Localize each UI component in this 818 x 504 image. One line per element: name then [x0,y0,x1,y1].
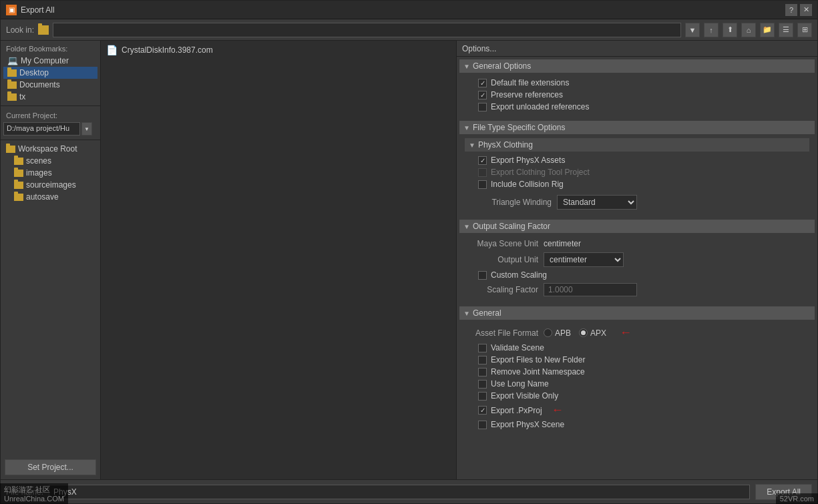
checkbox-export-files-new-folder[interactable] [478,356,487,364]
section-header-physx-clothing[interactable]: ▼ PhysX Clothing [465,138,809,152]
checkbox-row-export-unloaded: Export unloaded references [478,101,809,113]
bookmarks-label: Folder Bookmarks: [3,43,97,54]
radio-apb-label: APB [555,328,571,338]
section-header-general[interactable]: ▼ General [459,306,815,320]
folder-icon-scenes [14,158,23,165]
section-content-output-scaling: Maya Scene Unit centimeter Output Unit c… [459,234,815,304]
project-dropdown-btn[interactable]: ▼ [81,122,92,136]
asset-file-format-label: Asset File Format [465,328,538,338]
label-include-collision: Include Collision Rig [491,180,564,189]
output-unit-select[interactable]: centimeter meter inch [544,252,624,267]
checkbox-row-remove-joint-namespace: Remove Joint Namespace [478,366,809,378]
path-input[interactable]: C:\Users\tx\Desktop [53,23,681,37]
checkbox-export-clothing-tool [478,168,487,177]
checkbox-validate-scene[interactable] [478,344,487,352]
checkbox-row-validate-scene: Validate Scene [478,342,809,354]
section-title: File Type Specific Options [473,123,566,132]
close-button[interactable]: ✕ [800,4,812,16]
bookmark-desktop[interactable]: Desktop [3,67,97,79]
tree-autosave[interactable]: autosave [3,191,97,203]
checkbox-row-export-physx-assets: Export PhysX Assets [478,154,809,166]
content-area: Folder Bookmarks: 💻 My Computer Desktop … [1,41,817,479]
filename-input[interactable] [49,485,750,499]
title-bar: ▣ Export All ? ✕ [1,1,817,19]
section-title: PhysX Clothing [478,140,533,150]
scaling-factor-label: Scaling Factor [465,285,538,294]
bookmarks-section: Folder Bookmarks: 💻 My Computer Desktop … [1,41,100,106]
checkbox-row-include-collision: Include Collision Rig [478,178,809,190]
project-path: D:/maya project/Hu [3,122,80,136]
label-export-unloaded: Export unloaded references [491,102,589,111]
project-select-row: D:/maya project/Hu ▼ [3,122,97,136]
scaling-factor-input[interactable] [544,283,637,296]
label-export-physx-assets: Export PhysX Assets [491,156,565,165]
checkbox-use-long-name[interactable] [478,380,487,389]
checkbox-export-visible-only[interactable] [478,392,487,401]
file-icon: 📄 [106,45,118,55]
scaling-factor-row: Scaling Factor [465,281,809,298]
file-item[interactable]: 📄 CrystalDiskInfo.3987.com [104,43,453,57]
label-default-file-ext: Default file extensions [491,78,569,87]
checkbox-remove-joint-namespace[interactable] [478,368,487,376]
project-label: Current Project: [3,110,97,121]
label-remove-joint-namespace: Remove Joint Namespace [491,367,585,376]
triangle-winding-label: Triangle Winding [478,198,552,207]
folder-icon-toolbar [38,25,49,35]
checkbox-export-unloaded[interactable] [478,103,487,111]
section-header-output-scaling[interactable]: ▼ Output Scaling Factor [459,220,815,233]
set-project-button[interactable]: Set Project... [5,459,96,475]
checkbox-row-custom-scaling: Custom Scaling [478,269,809,281]
look-in-label: Look in: [6,25,34,35]
section-arrow: ▼ [463,310,470,317]
radio-item-apb: APB [544,328,571,338]
label-export-visible-only: Export Visible Only [491,391,558,401]
path-dropdown-btn[interactable]: ▼ [685,23,700,37]
bookmark-tx[interactable]: tx [3,91,97,103]
bookmark-documents[interactable]: Documents [3,79,97,91]
radio-apb[interactable] [544,328,552,337]
radio-apx[interactable] [579,328,588,337]
section-arrow: ▼ [469,142,475,149]
new-folder-btn[interactable]: 📁 [760,23,775,37]
dialog-title: Export All [21,5,785,15]
output-unit-row: Output Unit centimeter meter inch [465,250,809,269]
tree-scenes[interactable]: scenes [3,155,97,167]
triangle-winding-select[interactable]: Standard Reversed [557,195,637,210]
detail-view-btn[interactable]: ⊞ [797,23,812,37]
tree-sourceimages[interactable]: sourceimages [3,179,97,191]
nav-up-btn[interactable]: ↑ [704,23,719,37]
tree-item-label: scenes [26,156,51,166]
checkbox-export-pxproj[interactable] [478,406,487,415]
options-title: Options... [462,44,496,53]
label-export-files-new-folder: Export Files to New Folder [491,355,585,364]
help-button[interactable]: ? [785,4,797,16]
asset-format-radio-group: APB APX ← [544,326,632,340]
tree-item-label: autosave [26,192,59,202]
checkbox-default-file-ext[interactable] [478,79,487,87]
section-header-general-options[interactable]: ▼ General Options [459,59,815,73]
label-preserve-refs: Preserve references [491,90,563,99]
options-panel: Options... ▼ General Options Default fil… [457,41,817,479]
checkbox-preserve-refs[interactable] [478,91,487,99]
arrow-pxproj-annotation: ← [552,403,564,417]
computer-icon: 💻 [7,55,18,65]
section-header-file-type[interactable]: ▼ File Type Specific Options [459,121,815,134]
checkbox-include-collision[interactable] [478,180,487,189]
app-icon: ▣ [6,5,17,15]
tree-workspace-root[interactable]: Workspace Root [3,143,97,155]
nav-parent-btn[interactable]: ⬆ [723,23,737,37]
section-title: Output Scaling Factor [473,222,550,231]
file-browser[interactable]: 📄 CrystalDiskInfo.3987.com [101,41,457,479]
radio-item-apx: APX [579,328,606,338]
home-btn[interactable]: ⌂ [741,23,756,37]
checkbox-custom-scaling[interactable] [478,271,487,280]
physx-clothing-content: Export PhysX Assets Export Clothing Tool… [465,154,809,212]
checkbox-export-physx-scene[interactable] [478,421,487,429]
project-section: Current Project: D:/maya project/Hu ▼ [1,106,100,140]
bookmark-my-computer[interactable]: 💻 My Computer [3,54,97,67]
tree-images[interactable]: images [3,167,97,179]
checkbox-export-physx-assets[interactable] [478,156,487,165]
section-content-file-type: ▼ PhysX Clothing Export PhysX Assets Exp… [459,136,815,217]
tree-item-label: images [26,168,52,178]
list-view-btn[interactable]: ☰ [779,23,793,37]
